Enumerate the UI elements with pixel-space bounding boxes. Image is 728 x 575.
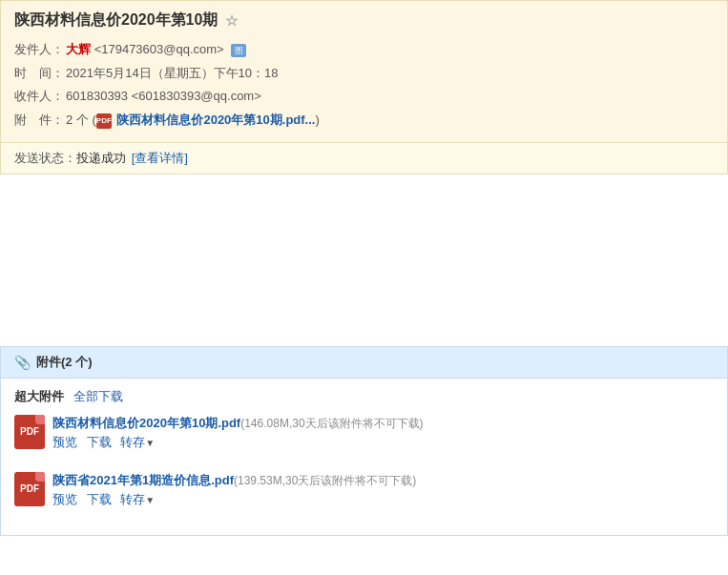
attachment-filename-link[interactable]: 陕西材料信息价2020年第10期.pdf...: [116, 113, 315, 127]
pdf-icon-1: PDF: [14, 415, 45, 449]
addr-book-icon[interactable]: 图: [231, 44, 246, 57]
download-link-1[interactable]: 下载: [87, 435, 112, 449]
time-row: 时 间：2021年5月14日（星期五）下午10：18: [14, 62, 714, 86]
attachment-section: 📎 附件(2 个) 超大附件 全部下载 PDF 陕西材料信息价2020年第10期…: [0, 346, 728, 536]
dropdown-arrow-1: ▼: [145, 438, 155, 448]
time-value: 2021年5月14日（星期五）下午10：18: [66, 66, 279, 80]
pdf-icon-inline: PDF: [96, 113, 112, 129]
email-meta: 发件人：大辉 <179473603@qq.com> 图 时 间：2021年5月1…: [14, 38, 714, 133]
attachment-filename-1-row: 陕西材料信息价2020年第10期.pdf(146.08M,30天后该附件将不可下…: [52, 415, 714, 432]
attachment-count: 2 个: [66, 113, 89, 127]
attachment-meta-2: (139.53M,30天后该附件将不可下载): [234, 474, 416, 487]
attachment-filename-2-row: 陕西省2021年第1期造价信息.pdf(139.53M,30天后该附件将不可下载…: [52, 472, 714, 489]
pdf-icon-2: PDF: [14, 472, 45, 506]
attachment-type-text: 超大附件: [14, 388, 64, 405]
attachment-meta-1: (146.08M,30天后该附件将不可下载): [240, 417, 423, 430]
save-text-1: 转存: [120, 435, 145, 449]
download-all-button[interactable]: 全部下载: [73, 388, 123, 405]
attachment-label: 附 件：: [14, 113, 64, 127]
to-label: 收件人：: [14, 89, 64, 103]
attachment-actions-2: 预览 下载 转存▼: [52, 491, 714, 508]
attachment-item-1: PDF 陕西材料信息价2020年第10期.pdf(146.08M,30天后该附件…: [14, 411, 714, 455]
save-text-2: 转存: [120, 492, 145, 506]
attachment-item-2: PDF 陕西省2021年第1期造价信息.pdf(139.53M,30天后该附件将…: [14, 468, 714, 512]
preview-link-2[interactable]: 预览: [52, 492, 77, 506]
dropdown-arrow-2: ▼: [145, 495, 155, 505]
email-body: [0, 175, 728, 346]
attachment-row: 附 件：2 个 (PDF 陕西材料信息价2020年第10期.pdf...): [14, 109, 714, 133]
email-title: 陕西材料信息价2020年第10期 ☆: [14, 10, 714, 31]
status-bar: 发送状态：投递成功 [查看详情]: [0, 143, 728, 175]
status-label: 发送状态：: [14, 151, 76, 165]
attachment-body: 超大附件 全部下载 PDF 陕西材料信息价2020年第10期.pdf(146.0…: [1, 379, 727, 535]
detail-link[interactable]: [查看详情]: [132, 151, 188, 165]
attachment-section-title: 附件(2 个): [36, 354, 93, 371]
attachment-info-1: 陕西材料信息价2020年第10期.pdf(146.08M,30天后该附件将不可下…: [52, 415, 714, 451]
to-name: 601830393: [66, 89, 128, 103]
attachment-actions-1: 预览 下载 转存▼: [52, 434, 714, 451]
attachment-info-2: 陕西省2021年第1期造价信息.pdf(139.53M,30天后该附件将不可下载…: [52, 472, 714, 508]
to-email: <601830393@qq.com>: [132, 89, 261, 103]
save-link-1[interactable]: 转存▼: [120, 435, 155, 449]
status-value: 投递成功: [76, 151, 126, 165]
time-label: 时 间：: [14, 66, 64, 80]
title-text: 陕西材料信息价2020年第10期: [14, 10, 218, 31]
email-header: 陕西材料信息价2020年第10期 ☆ 发件人：大辉 <179473603@qq.…: [0, 0, 728, 143]
attachment-header: 📎 附件(2 个): [1, 347, 727, 379]
attachment-filename-2[interactable]: 陕西省2021年第1期造价信息.pdf: [52, 473, 234, 487]
to-row: 收件人：601830393 <601830393@qq.com>: [14, 85, 714, 109]
sender-email: <179473603@qq.com>: [94, 42, 224, 56]
from-row: 发件人：大辉 <179473603@qq.com> 图: [14, 38, 714, 62]
download-link-2[interactable]: 下载: [87, 492, 112, 506]
preview-link-1[interactable]: 预览: [52, 435, 77, 449]
save-link-2[interactable]: 转存▼: [120, 492, 155, 506]
sender-name-link[interactable]: 大辉: [66, 42, 91, 56]
attachment-filename-1[interactable]: 陕西材料信息价2020年第10期.pdf: [52, 416, 240, 430]
from-label: 发件人：: [14, 42, 64, 56]
clip-icon: 📎: [14, 355, 31, 370]
star-icon[interactable]: ☆: [225, 12, 238, 30]
attachment-type-label: 超大附件 全部下载: [14, 388, 714, 405]
